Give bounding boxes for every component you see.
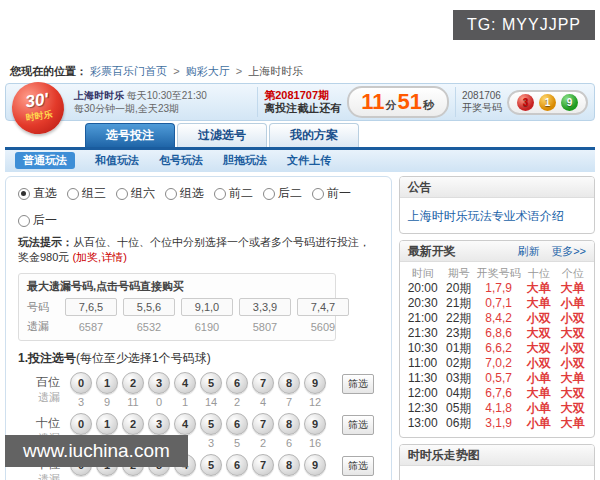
miss-label: 遗漏 <box>14 472 60 480</box>
ball-cell: 30 <box>146 372 172 408</box>
number-ball-0[interactable]: 0 <box>70 413 92 435</box>
draw-numbers: 6,8,6 <box>476 326 522 341</box>
draw-numbers: 8,4,2 <box>476 311 522 326</box>
number-ball-0[interactable]: 0 <box>70 372 92 394</box>
number-ball-2[interactable]: 2 <box>122 413 144 435</box>
game-info: 上海时时乐 每天10:30至21:30 每30分钟一期,全天23期 <box>74 89 251 115</box>
number-ball-6[interactable]: 6 <box>226 372 248 394</box>
tab-my-plans[interactable]: 我的方案 <box>269 123 359 147</box>
play-mode-option[interactable]: 前一 <box>312 185 351 202</box>
countdown-seconds: 51 <box>398 89 422 115</box>
draw-numbers: 0,5,7 <box>476 371 522 386</box>
number-ball-1[interactable]: 1 <box>96 413 118 435</box>
subnav-item[interactable]: 文件上传 <box>287 153 331 168</box>
hint-bonus-link[interactable]: (加奖,详情) <box>72 251 126 263</box>
watermark-badge: www.iuchina.com <box>5 435 188 467</box>
ball-cell: 74 <box>250 372 276 408</box>
filter-button[interactable]: 筛选 <box>342 374 374 394</box>
draw-time: 21:30 <box>404 326 442 341</box>
play-mode-option[interactable]: 后二 <box>263 185 302 202</box>
refresh-link[interactable]: 刷新 <box>518 245 540 257</box>
latest-draws-table: 时间期号开奖号码十位个位20:0020期1,7,9大单大单20:3021期0,7… <box>400 262 594 437</box>
units-category: 小双 <box>556 356 590 371</box>
play-mode-option[interactable]: 组选 <box>165 185 204 202</box>
draw-issue: 06期 <box>442 416 476 431</box>
miss-value: 6 <box>276 437 302 449</box>
play-mode-label: 组六 <box>131 185 155 202</box>
number-ball-8[interactable]: 8 <box>278 413 300 435</box>
filter-button[interactable]: 筛选 <box>342 456 374 476</box>
number-ball-6[interactable]: 6 <box>226 454 248 476</box>
max-miss-number-cell[interactable]: 5,5,6 <box>123 298 175 316</box>
position-label: 百位 <box>14 375 60 390</box>
play-mode-label: 前二 <box>229 185 253 202</box>
number-ball-4[interactable]: 4 <box>174 372 196 394</box>
ball-cell: 53 <box>198 413 224 449</box>
number-ball-5[interactable]: 5 <box>200 454 222 476</box>
play-mode-option[interactable]: 组六 <box>116 185 155 202</box>
subnav-item[interactable]: 包号玩法 <box>159 153 203 168</box>
number-ball-7[interactable]: 7 <box>252 372 274 394</box>
countdown-minutes: 11 <box>361 89 384 115</box>
max-miss-number-cell[interactable]: 7,4,7 <box>297 298 349 316</box>
main-tabs: 选号投注 过滤选号 我的方案 <box>5 123 595 150</box>
play-hint: 玩法提示：从百位、十位、个位中分别选择一个或者多个号码进行投注，奖金980元 (… <box>6 233 391 267</box>
number-ball-1[interactable]: 1 <box>96 372 118 394</box>
number-ball-7[interactable]: 7 <box>252 454 274 476</box>
notice-link[interactable]: 上海时时乐玩法专业术语介绍 <box>408 209 564 223</box>
countdown-second-unit: 秒 <box>423 98 434 113</box>
play-mode-option[interactable]: 直选 <box>18 185 57 202</box>
ball-cell: 62 <box>224 372 250 408</box>
number-ball-4[interactable]: 4 <box>174 413 196 435</box>
max-miss-number-cell[interactable]: 3,3,9 <box>239 298 291 316</box>
divider <box>257 87 258 117</box>
radio-icon <box>312 188 324 200</box>
filter-button[interactable]: 筛选 <box>342 415 374 435</box>
table-row: 10:3001期6,6,2大双小双 <box>404 341 590 356</box>
number-ball-2[interactable]: 2 <box>122 372 144 394</box>
tab-filter-select[interactable]: 过滤选号 <box>177 123 267 147</box>
section-title: 1.投注选号(每位至少选择1个号码球) <box>6 343 391 369</box>
table-header-cell: 时间 <box>404 266 442 281</box>
number-ball-9[interactable]: 9 <box>304 372 326 394</box>
max-miss-number-cell[interactable]: 9,1,0 <box>181 298 233 316</box>
play-mode-option[interactable]: 后一 <box>18 212 57 229</box>
last-draw-label: 开奖号码 <box>462 102 502 114</box>
subnav-item[interactable]: 和值玩法 <box>95 153 139 168</box>
table-row: 21:0022期8,4,2小双小双 <box>404 311 590 326</box>
breadcrumb-hall-link[interactable]: 购彩大厅 <box>186 65 230 77</box>
max-miss-number-cell[interactable]: 7,6,5 <box>65 298 117 316</box>
more-link[interactable]: 更多>> <box>551 245 586 257</box>
draw-time: 12:30 <box>404 401 442 416</box>
subnav-item[interactable]: 普通玩法 <box>15 152 75 169</box>
units-category: 大双 <box>556 401 590 416</box>
number-ball-9[interactable]: 9 <box>304 454 326 476</box>
deadline-label: 离投注截止还有 <box>264 102 341 115</box>
breadcrumb: 您现在的位置： 彩票百乐门首页 > 购彩大厅 > 上海时时乐 <box>10 64 600 79</box>
draw-time: 20:00 <box>404 281 442 296</box>
ball-cell: 912 <box>302 372 328 408</box>
number-ball-6[interactable]: 6 <box>226 413 248 435</box>
number-ball-3[interactable]: 3 <box>148 413 170 435</box>
units-category: 大单 <box>556 416 590 431</box>
play-mode-label: 前一 <box>327 185 351 202</box>
number-ball-8[interactable]: 8 <box>278 372 300 394</box>
breadcrumb-home-link[interactable]: 彩票百乐门首页 <box>90 65 167 77</box>
tab-select-bet[interactable]: 选号投注 <box>85 123 175 147</box>
miss-value: 3 <box>68 396 94 408</box>
play-mode-option[interactable]: 组三 <box>67 185 106 202</box>
game-schedule-detail: 每30分钟一期,全天23期 <box>74 102 251 115</box>
draw-numbers: 6,6,2 <box>476 341 522 356</box>
draw-numbers: 0,7,1 <box>476 296 522 311</box>
number-ball-3[interactable]: 3 <box>148 372 170 394</box>
play-mode-option[interactable]: 前二 <box>214 185 253 202</box>
number-ball-5[interactable]: 5 <box>200 413 222 435</box>
page: TG: MYYJJPP 您现在的位置： 彩票百乐门首页 > 购彩大厅 > 上海时… <box>0 0 600 480</box>
draw-numbers: 6,7,6 <box>476 386 522 401</box>
number-ball-8[interactable]: 8 <box>278 454 300 476</box>
number-ball-9[interactable]: 9 <box>304 413 326 435</box>
subnav-item[interactable]: 胆拖玩法 <box>223 153 267 168</box>
number-ball-7[interactable]: 7 <box>252 413 274 435</box>
number-ball-5[interactable]: 5 <box>200 372 222 394</box>
miss-label: 遗漏 <box>14 390 60 405</box>
